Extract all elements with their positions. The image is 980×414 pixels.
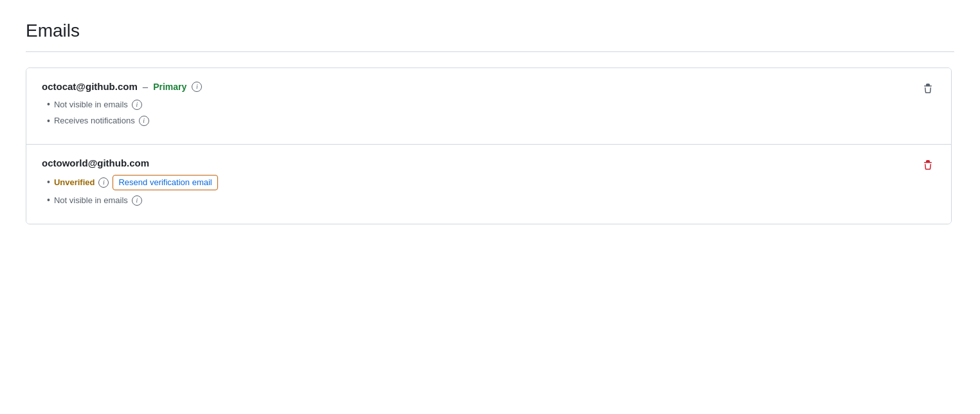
trash-icon xyxy=(923,84,933,96)
primary-email-address: octocat@github.com xyxy=(42,81,138,92)
email-header-primary: octocat@github.com – Primary i xyxy=(42,81,936,92)
primary-notifications-text: Receives notifications xyxy=(54,115,135,127)
section-divider xyxy=(26,51,954,52)
unverified-info-icon[interactable]: i xyxy=(98,177,109,188)
secondary-detail-visibility: Not visible in emails i xyxy=(47,194,936,207)
delete-primary-button[interactable] xyxy=(920,81,936,98)
trash-icon-danger xyxy=(923,160,933,172)
primary-detail-notifications: Receives notifications i xyxy=(47,115,936,128)
primary-detail-visibility: Not visible in emails i xyxy=(47,98,936,111)
email-list: octocat@github.com – Primary i Not visib… xyxy=(26,68,952,224)
email-separator: – xyxy=(143,81,148,92)
email-item-primary: octocat@github.com – Primary i Not visib… xyxy=(26,68,951,145)
secondary-detail-unverified: Unverified i Resend verification email xyxy=(47,175,936,190)
unverified-label: Unverified xyxy=(54,177,95,188)
secondary-email-details: Unverified i Resend verification email N… xyxy=(47,175,936,207)
email-item-secondary: octoworld@github.com Unverified i Resend… xyxy=(26,145,951,224)
primary-badge: Primary xyxy=(153,82,186,92)
resend-verification-link[interactable]: Resend verification email xyxy=(113,175,217,190)
page-title: Emails xyxy=(26,21,954,41)
primary-email-details: Not visible in emails i Receives notific… xyxy=(47,98,936,127)
primary-visibility-text: Not visible in emails xyxy=(54,99,128,111)
email-address-row-secondary: octoworld@github.com xyxy=(42,158,149,168)
email-address-row-primary: octocat@github.com – Primary i xyxy=(42,81,202,92)
visibility-info-icon[interactable]: i xyxy=(132,100,142,110)
primary-info-icon[interactable]: i xyxy=(192,82,202,92)
secondary-visibility-text: Not visible in emails xyxy=(54,195,128,206)
secondary-email-address: octoworld@github.com xyxy=(42,158,149,168)
email-header-secondary: octoworld@github.com xyxy=(42,158,936,168)
secondary-visibility-info-icon[interactable]: i xyxy=(132,195,142,206)
delete-secondary-button[interactable] xyxy=(920,158,936,175)
notifications-info-icon[interactable]: i xyxy=(139,116,149,126)
